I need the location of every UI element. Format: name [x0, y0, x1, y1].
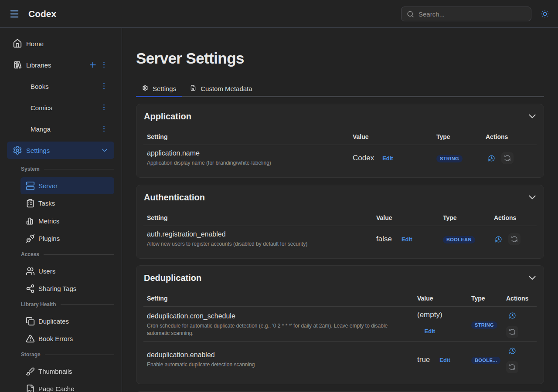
svg-text:PDF: PDF	[28, 389, 33, 392]
